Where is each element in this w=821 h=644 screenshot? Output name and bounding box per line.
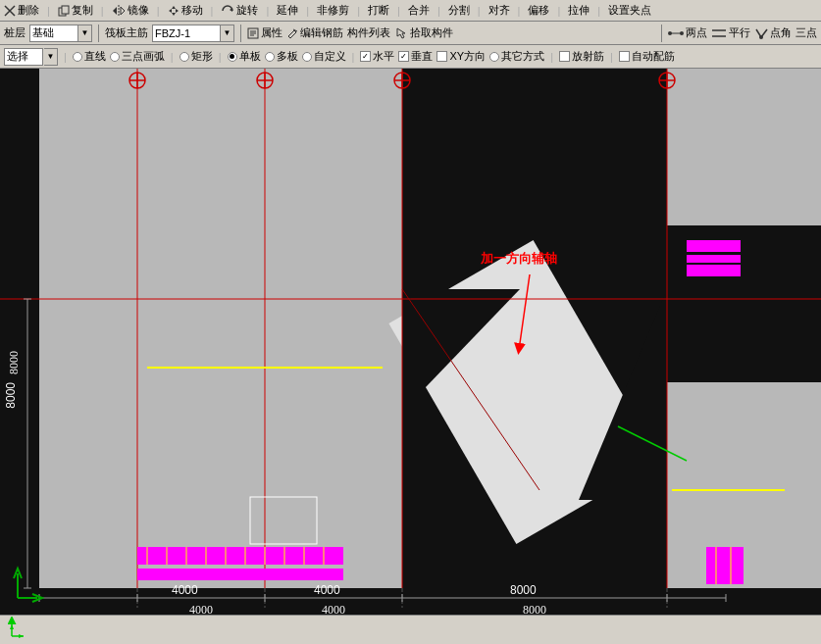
custom-radio[interactable]: 自定义 — [302, 49, 346, 64]
copy-button[interactable]: 复制 — [58, 3, 93, 18]
multi-board-radio[interactable]: 多板 — [265, 49, 298, 64]
arc-radio[interactable]: 三点画弧 — [110, 49, 165, 64]
rect-label: 矩形 — [191, 49, 213, 64]
edit-rebar-button[interactable]: 编辑钢筋 — [286, 25, 343, 40]
mode-dropdown[interactable]: 选择 — [4, 48, 43, 66]
rotate-button[interactable]: 旋转 — [221, 3, 258, 18]
mirror-icon — [112, 5, 126, 17]
auto-layout-label: 自动配筋 — [632, 49, 675, 64]
pick-component-button[interactable]: 拾取构件 — [394, 25, 453, 40]
straight-line-radio[interactable]: 直线 — [73, 49, 106, 64]
axis-indicator — [8, 617, 31, 640]
horizontal-label: 水平 — [373, 49, 394, 64]
toolbar-second: 桩层 基础 ▼ 筏板主筋 FBZJ-1 ▼ 属性 编辑钢筋 构件列表 — [0, 22, 821, 45]
layer-dropdown-arrow[interactable]: ▼ — [78, 25, 92, 42]
straight-line-radio-circle — [73, 52, 82, 62]
layer-dropdown[interactable]: 基础 — [29, 25, 78, 42]
horizontal-checkbox: ✓ — [360, 51, 371, 62]
merge-button[interactable]: 合并 — [408, 3, 430, 18]
mode-dropdown-arrow[interactable]: ▼ — [44, 48, 58, 66]
sep2 — [240, 25, 241, 42]
svg-marker-11 — [230, 8, 232, 12]
component-list-button[interactable]: 构件列表 — [347, 25, 390, 40]
element-label: 筏板主筋 — [105, 25, 148, 40]
property-button[interactable]: 属性 — [247, 25, 282, 40]
canvas-element[interactable] — [0, 69, 821, 615]
other-radio-circle — [489, 52, 499, 62]
dim-bottom-right: 8000 — [510, 583, 537, 597]
single-board-radio[interactable]: 单板 — [228, 49, 261, 64]
rect-radio[interactable]: 矩形 — [180, 49, 213, 64]
dim-bottom-left: 4000 — [172, 583, 198, 597]
point-angle-button[interactable]: 点角 — [754, 25, 792, 40]
sep3 — [661, 25, 662, 42]
split-button[interactable]: 分割 — [448, 3, 470, 18]
move-icon — [168, 5, 180, 17]
xy-label: XY方向 — [449, 49, 486, 64]
svg-point-19 — [680, 31, 684, 35]
element-dropdown-arrow[interactable]: ▼ — [221, 25, 234, 42]
two-point-button[interactable]: 两点 — [668, 25, 707, 40]
non-trim-button[interactable]: 非修剪 — [317, 3, 349, 18]
layer-label: 桩层 — [4, 25, 26, 40]
horizontal-check[interactable]: ✓ 水平 — [360, 49, 394, 64]
vertical-label: 垂直 — [411, 49, 433, 64]
auto-layout-check[interactable]: 自动配筋 — [619, 49, 675, 64]
radial-label: 放射筋 — [572, 49, 604, 64]
offset-button[interactable]: 偏移 — [528, 3, 549, 18]
stretch-label: 拉伸 — [568, 3, 590, 18]
dim-bottom-middle: 4000 — [314, 583, 340, 597]
pick-icon — [394, 27, 408, 39]
radial-check[interactable]: 放射筋 — [559, 49, 604, 64]
svg-rect-3 — [62, 6, 69, 14]
single-board-radio-circle — [228, 52, 237, 62]
rotate-label: 旋转 — [236, 3, 258, 18]
align-label: 对齐 — [488, 3, 510, 18]
delete-icon — [4, 5, 16, 17]
break-label: 打断 — [368, 3, 389, 18]
three-point-button[interactable]: 三点 — [795, 25, 817, 40]
move-label: 移动 — [181, 3, 203, 18]
toolbar-top: 删除 | 复制 | 镜像 | 移动 | 旋转 | — [0, 0, 821, 22]
setpoint-button[interactable]: 设置夹点 — [608, 3, 651, 18]
svg-point-18 — [668, 31, 672, 35]
delete-button[interactable]: 删除 — [4, 3, 39, 18]
break-button[interactable]: 打断 — [368, 3, 389, 18]
mirror-button[interactable]: 镜像 — [112, 3, 149, 18]
edit-icon — [286, 27, 298, 39]
svg-marker-10 — [176, 9, 179, 13]
arc-label: 三点画弧 — [122, 49, 165, 64]
xy-direction-check[interactable]: XY方向 — [436, 49, 486, 64]
extend-button[interactable]: 延伸 — [277, 3, 298, 18]
svg-marker-9 — [169, 9, 172, 13]
stretch-button[interactable]: 拉伸 — [568, 3, 590, 18]
parallel-button[interactable]: 平行 — [711, 25, 750, 40]
non-trim-label: 非修剪 — [317, 3, 349, 18]
svg-line-23 — [756, 29, 761, 37]
delete-label: 删除 — [18, 3, 39, 18]
extend-label: 延伸 — [277, 3, 298, 18]
status-bar — [0, 615, 821, 644]
layer-value: 基础 — [32, 25, 54, 40]
align-button[interactable]: 对齐 — [488, 3, 510, 18]
svg-marker-5 — [113, 7, 117, 15]
svg-marker-8 — [172, 13, 176, 16]
property-icon — [247, 27, 259, 39]
straight-line-label: 直线 — [84, 49, 106, 64]
copy-icon — [58, 5, 70, 17]
merge-label: 合并 — [408, 3, 430, 18]
element-dropdown[interactable]: FBZJ-1 — [152, 25, 221, 42]
element-value: FBZJ-1 — [155, 27, 190, 39]
rect-radio-circle — [180, 52, 189, 62]
mirror-label: 镜像 — [128, 3, 149, 18]
drawing-canvas[interactable]: 加一方向辅轴 4000 4000 8000 8000 — [0, 69, 821, 615]
multi-board-radio-circle — [265, 52, 275, 62]
sep1 — [98, 25, 99, 42]
other-radio[interactable]: 其它方式 — [489, 49, 544, 64]
vertical-check[interactable]: ✓ 垂直 — [398, 49, 433, 64]
arc-radio-circle — [110, 52, 120, 62]
mode-select-label: 选择 — [7, 49, 28, 64]
svg-line-24 — [761, 29, 767, 37]
move-button[interactable]: 移动 — [168, 3, 203, 18]
multi-board-label: 多板 — [277, 49, 298, 64]
